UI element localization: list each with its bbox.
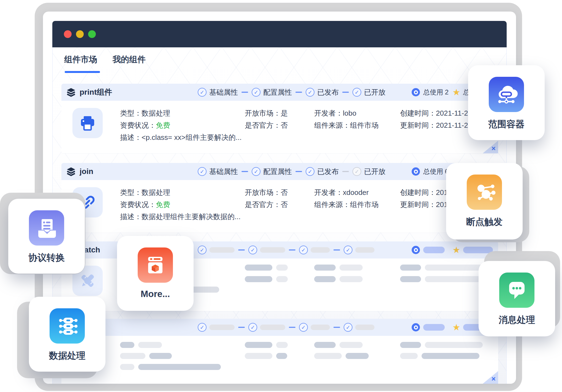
placeholder-pill	[340, 342, 363, 348]
component-card-skeleton[interactable]: ★	[61, 319, 498, 384]
field-label: 描述：	[120, 213, 142, 221]
placeholder-pill	[120, 342, 134, 348]
component-name: print组件	[80, 87, 112, 97]
floating-card-data-processing[interactable]: 数据处理	[29, 297, 105, 372]
placeholder-pill	[355, 325, 374, 330]
step-label: 已发布	[317, 88, 339, 97]
step-dash	[342, 171, 349, 172]
tab-my-components[interactable]: 我的组件	[113, 54, 146, 73]
placeholder-pill	[400, 342, 421, 348]
tab-component-market[interactable]: 组件市场	[64, 54, 97, 73]
placeholder-pill	[209, 247, 235, 253]
placeholder-pill	[276, 353, 287, 359]
floating-card-message-processing[interactable]: 消息处理	[479, 261, 555, 336]
status-steps	[198, 319, 378, 336]
floating-card-label: 数据处理	[49, 350, 85, 362]
card-header: print组件 基础属性 配置属性 已发布 已开放	[61, 84, 498, 101]
close-icon[interactable]: ×	[492, 375, 496, 382]
field-label: 开发者：	[314, 188, 343, 197]
component-icon-tile	[72, 108, 103, 138]
close-icon[interactable]: ×	[492, 145, 496, 152]
star-icon: ★	[452, 323, 460, 332]
floating-card-label: 消息处理	[499, 314, 535, 326]
placeholder-pill	[400, 353, 418, 359]
window-titlebar	[52, 21, 507, 47]
field-label: 描述：	[120, 133, 142, 141]
usage-eye-icon	[412, 246, 420, 254]
field-label: 资费状况：	[120, 121, 156, 129]
check-icon	[352, 88, 361, 97]
placeholder-pill	[425, 276, 483, 282]
minimize-traffic-light[interactable]	[76, 30, 84, 38]
close-traffic-light[interactable]	[64, 30, 72, 38]
field-label: 更新时间：	[400, 200, 436, 209]
placeholder-pill	[149, 353, 172, 359]
check-icon	[352, 167, 361, 176]
floating-card-more[interactable]: More...	[117, 236, 194, 311]
status-steps: 基础属性 配置属性 已发布 已开放	[198, 84, 389, 101]
field-label: 创建时间：	[400, 188, 436, 197]
component-name: join	[80, 167, 93, 176]
component-card-join[interactable]: join 基础属性 配置属性 已发布 已开放	[61, 163, 498, 233]
placeholder-pill	[276, 265, 288, 271]
field-label: 开放市场：	[245, 188, 281, 197]
step-dash	[241, 171, 248, 172]
component-card-print[interactable]: print组件 基础属性 配置属性 已发布 已开放	[61, 84, 498, 153]
placeholder-pill	[138, 364, 221, 370]
card-body: ×	[61, 336, 498, 384]
usage-eye-icon	[412, 88, 420, 96]
field-value: 免费	[156, 200, 170, 209]
usage-stat	[412, 241, 445, 258]
floating-card-scope-container[interactable]: 范围容器	[468, 65, 545, 140]
field-value: 数据处理组件主要解决数据的...	[142, 213, 241, 221]
check-icon	[198, 246, 207, 254]
check-icon	[252, 88, 260, 97]
check-icon	[299, 323, 308, 332]
usage-count: 总使用 6	[423, 167, 449, 176]
step-dash	[333, 249, 340, 251]
placeholder-pill	[314, 276, 336, 282]
chat-bubble-icon	[499, 273, 534, 308]
step-dash	[295, 92, 302, 93]
inbox-document-icon	[29, 210, 64, 246]
field-label: 开发者：	[314, 109, 343, 117]
field-label: 更新时间：	[400, 121, 436, 129]
field-value: 否	[281, 121, 288, 129]
usage-stat	[412, 319, 445, 336]
floating-card-breakpoint-trigger[interactable]: 断点触发	[446, 163, 523, 239]
placeholder-pill	[314, 342, 336, 348]
placeholder-pill	[311, 325, 330, 330]
field-value: 免费	[156, 121, 170, 129]
field-value: 数据处理	[142, 188, 170, 197]
step-dash	[289, 327, 295, 328]
placeholder-pill	[463, 247, 493, 253]
field-label: 是否官方：	[245, 121, 281, 129]
placeholder-pill	[245, 265, 272, 271]
ruler-pen-icon	[79, 272, 96, 290]
floating-card-protocol-conversion[interactable]: 协议转换	[8, 199, 85, 274]
placeholder-pill	[346, 353, 369, 359]
floating-card-label: 断点触发	[466, 216, 503, 228]
step-dash	[238, 249, 245, 251]
placeholder-pill	[209, 325, 235, 330]
placeholder-pill	[276, 276, 288, 282]
placeholder-pill	[120, 353, 145, 359]
layers-icon	[66, 88, 76, 97]
placeholder-pill	[260, 247, 285, 253]
tab-bar: 组件市场 我的组件	[64, 54, 146, 73]
corner-fold	[483, 141, 498, 153]
field-value: 组件市场	[350, 200, 379, 209]
placeholder-pill	[425, 342, 483, 348]
step-label: 配置属性	[263, 167, 292, 176]
placeholder-pill	[120, 364, 134, 370]
step-label: 配置属性	[263, 88, 292, 97]
floating-card-label: 范围容器	[488, 118, 525, 130]
placeholder-pill	[245, 342, 272, 348]
placeholder-pill	[425, 265, 483, 271]
placeholder-pill	[138, 342, 162, 348]
field-value: 数据处理	[142, 109, 170, 117]
placeholder-pill	[400, 276, 421, 282]
check-icon	[198, 88, 207, 97]
maximize-traffic-light[interactable]	[88, 30, 96, 38]
check-icon	[299, 246, 308, 254]
